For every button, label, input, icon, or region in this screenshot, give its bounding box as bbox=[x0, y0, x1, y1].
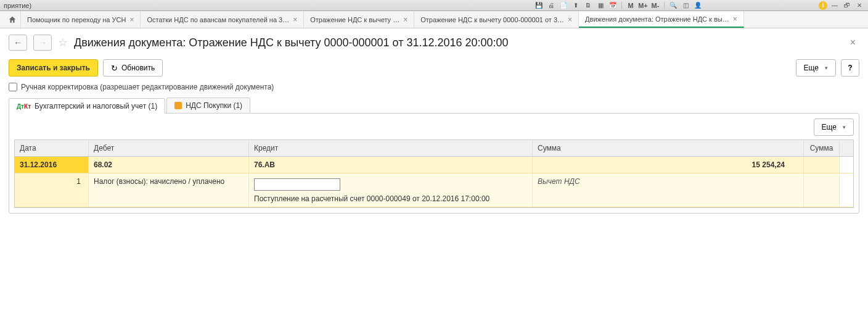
tab-label: Движения документа: Отражение НДС к вы… bbox=[585, 15, 729, 23]
window-restore-icon[interactable]: 🗗 bbox=[842, 1, 852, 10]
tab-close-icon[interactable]: × bbox=[129, 15, 134, 24]
tb-print-icon[interactable]: 🖨 bbox=[546, 1, 556, 10]
tb-mminus-icon[interactable]: M- bbox=[650, 1, 660, 10]
cell-sum2 bbox=[804, 173, 840, 207]
button-label: Записать и закрыть bbox=[17, 64, 90, 72]
cell-num: 1 bbox=[15, 173, 89, 207]
table-row[interactable]: 31.12.2016 68.02 76.АВ 15 254,24 bbox=[15, 157, 853, 173]
subtab-bar: ДтКт Бухгалтерский и налоговый учет (1) … bbox=[9, 98, 859, 113]
col-debit[interactable]: Дебет bbox=[89, 140, 249, 156]
grid-header-row: Дата Дебет Кредит Сумма Сумма bbox=[15, 140, 853, 157]
refresh-icon: ↻ bbox=[111, 64, 118, 73]
tab-close-icon[interactable]: × bbox=[568, 15, 572, 24]
button-label: Еще bbox=[804, 64, 819, 72]
checkbox-label: Ручная корректировка (разрешает редактир… bbox=[21, 83, 274, 91]
edit-cell[interactable] bbox=[254, 178, 340, 191]
accounting-grid: Дата Дебет Кредит Сумма Сумма 31.12.2016… bbox=[14, 139, 854, 208]
tab-nds-deduct[interactable]: Отражение НДС к вычету … × bbox=[304, 11, 414, 28]
tab-label: Помощник по переходу на УСН bbox=[27, 16, 126, 23]
tab-label: Отражение НДС к вычету 0000-000001 от 3… bbox=[420, 16, 564, 23]
subtab-label: Бухгалтерский и налоговый учет (1) bbox=[35, 102, 157, 110]
home-tab[interactable] bbox=[4, 11, 21, 28]
tb-zoom-icon[interactable]: 🔍 bbox=[668, 1, 678, 10]
tb-user-icon[interactable]: 👤 bbox=[693, 1, 703, 10]
cell-amount: 15 254,24 bbox=[533, 157, 804, 173]
tb-copy-icon[interactable]: 📄 bbox=[559, 1, 568, 10]
page-header: ← → ☆ Движения документа: Отражение НДС … bbox=[9, 35, 859, 51]
dt-kt-icon: ДтКт bbox=[17, 103, 31, 110]
tb-save-icon[interactable]: 💾 bbox=[534, 1, 544, 10]
table-row[interactable]: 1 Налог (взносы): начислено / уплачено П… bbox=[15, 173, 853, 207]
home-icon bbox=[8, 15, 17, 24]
window-title: приятие) bbox=[4, 2, 531, 9]
button-label: Еще bbox=[822, 123, 837, 131]
col-sum2[interactable]: Сумма bbox=[804, 140, 840, 156]
tab-bar: Помощник по переходу на УСН × Остатки НД… bbox=[0, 11, 868, 28]
help-button[interactable]: ? bbox=[841, 59, 859, 77]
separator bbox=[664, 2, 665, 9]
tb-grid-icon[interactable]: ▦ bbox=[596, 1, 605, 10]
cell-credit-wrap: Поступление на расчетный счет 0000-00004… bbox=[249, 173, 533, 207]
col-sum[interactable]: Сумма bbox=[533, 140, 804, 156]
doc-icon bbox=[174, 102, 182, 109]
nav-forward-button[interactable]: → bbox=[33, 35, 52, 51]
window-minimize-icon[interactable]: — bbox=[830, 1, 840, 10]
cell-sum2 bbox=[804, 157, 840, 173]
subtab-nds-purchases[interactable]: НДС Покупки (1) bbox=[166, 98, 250, 113]
cell-credit-text: Поступление на расчетный счет 0000-00004… bbox=[254, 194, 527, 203]
tb-mplus-icon[interactable]: M+ bbox=[638, 1, 648, 10]
grid-more-button[interactable]: Еще bbox=[814, 118, 854, 136]
tb-export-icon[interactable]: ⬆ bbox=[571, 1, 581, 10]
tab-usn[interactable]: Помощник по переходу на УСН × bbox=[21, 11, 141, 28]
cell-credit: 76.АВ bbox=[249, 157, 533, 173]
manual-edit-row: Ручная корректировка (разрешает редактир… bbox=[9, 83, 859, 91]
page-close-icon[interactable]: × bbox=[846, 36, 859, 49]
tab-nds-deduct-doc[interactable]: Отражение НДС к вычету 0000-000001 от 3…… bbox=[414, 11, 579, 28]
subtab-content: Еще Дата Дебет Кредит Сумма Сумма 31.12.… bbox=[9, 113, 859, 214]
cell-date: 31.12.2016 bbox=[15, 157, 89, 173]
separator bbox=[621, 2, 622, 9]
col-date[interactable]: Дата bbox=[15, 140, 89, 156]
cell-debit: 68.02 bbox=[89, 157, 249, 173]
subtab-accounting[interactable]: ДтКт Бухгалтерский и налоговый учет (1) bbox=[9, 98, 165, 114]
tb-preview-icon[interactable]: 🗎 bbox=[583, 1, 593, 10]
tab-movements[interactable]: Движения документа: Отражение НДС к вы… … bbox=[579, 11, 744, 28]
tb-panel-icon[interactable]: ◫ bbox=[681, 1, 690, 10]
tab-close-icon[interactable]: × bbox=[403, 15, 407, 24]
cell-sum-text: Вычет НДС bbox=[533, 173, 804, 207]
main-toolbar: Записать и закрыть ↻ Обновить Еще ? bbox=[9, 59, 859, 77]
tb-calendar-icon[interactable]: 📅 bbox=[608, 1, 618, 10]
page-title: Движения документа: Отражение НДС к выче… bbox=[74, 36, 509, 49]
button-label: ? bbox=[848, 64, 852, 72]
tb-info-icon[interactable]: i bbox=[819, 1, 827, 10]
refresh-button[interactable]: ↻ Обновить bbox=[103, 59, 163, 77]
window-close-icon[interactable]: ✕ bbox=[854, 1, 864, 10]
favorite-star-icon[interactable]: ☆ bbox=[58, 36, 68, 49]
tab-close-icon[interactable]: × bbox=[293, 15, 297, 24]
nav-back-button[interactable]: ← bbox=[9, 35, 27, 51]
button-label: Обновить bbox=[121, 64, 155, 72]
save-close-button[interactable]: Записать и закрыть bbox=[9, 59, 98, 77]
col-credit[interactable]: Кредит bbox=[249, 140, 533, 156]
tb-m-icon[interactable]: M bbox=[626, 1, 636, 10]
cell-debit-text: Налог (взносы): начислено / уплачено bbox=[89, 173, 249, 207]
tab-label: Остатки НДС по авансам покупателей на 3… bbox=[147, 16, 289, 23]
window-titlebar: приятие) 💾 🖨 📄 ⬆ 🗎 ▦ 📅 M M+ M- 🔍 ◫ 👤 i —… bbox=[0, 0, 868, 11]
tab-close-icon[interactable]: × bbox=[733, 15, 737, 23]
more-button[interactable]: Еще bbox=[796, 59, 836, 77]
tab-nds-balance[interactable]: Остатки НДС по авансам покупателей на 3…… bbox=[141, 11, 304, 28]
tab-label: Отражение НДС к вычету … bbox=[310, 16, 399, 23]
subtab-label: НДС Покупки (1) bbox=[186, 101, 242, 110]
manual-edit-checkbox[interactable] bbox=[9, 83, 17, 91]
